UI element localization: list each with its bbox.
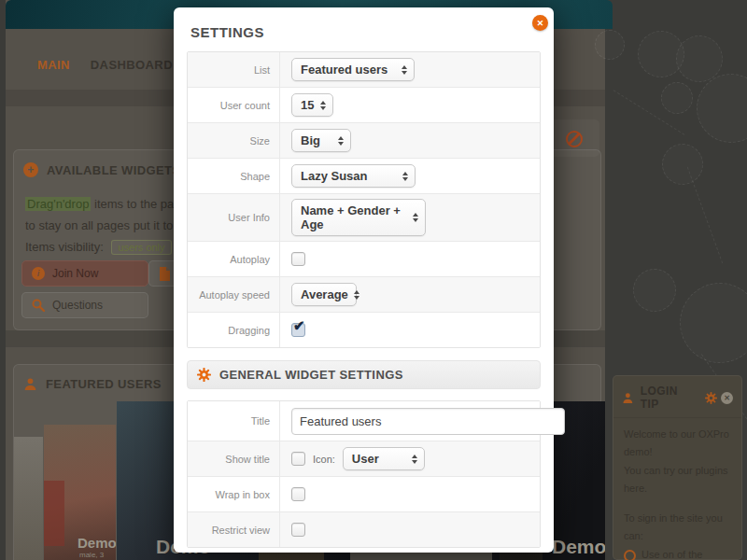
photo-user-meta: male, 3	[79, 551, 104, 559]
settings-modal: ✕ SETTINGS List Featured users User coun…	[174, 7, 554, 553]
field-label: Restrict view	[188, 512, 280, 547]
pattern-circle	[676, 35, 723, 82]
icon-select[interactable]: User	[343, 447, 425, 470]
section-title: GENERAL WIDGET SETTINGS	[219, 368, 403, 382]
settings-row-autoplay-speed: Autoplay speed Average	[188, 277, 540, 313]
field-label: Wrap in box	[188, 477, 280, 511]
select-stepper-icon	[402, 65, 407, 75]
select-value: Name + Gender + Age	[301, 203, 407, 231]
login-tip-line: You can try our plugins here.	[624, 462, 731, 498]
settings-row-restrict-view: Restrict view	[188, 512, 540, 547]
select-stepper-icon	[320, 101, 326, 110]
select-value: 15	[301, 98, 314, 112]
person-icon	[23, 377, 37, 391]
settings-row-dragging: Dragging	[188, 313, 540, 347]
shape-select[interactable]: Lazy Susan	[291, 164, 416, 188]
field-label: Show title	[188, 441, 280, 476]
pattern-line	[687, 167, 724, 264]
bullet-line1: Use on of the following	[641, 549, 702, 560]
pattern-circle	[633, 269, 676, 312]
select-stepper-icon	[402, 172, 408, 181]
settings-row-wrap-in-box: Wrap in box	[188, 477, 540, 512]
login-tip-actions: ✕	[705, 392, 733, 404]
autoplay-speed-select[interactable]: Average	[291, 283, 357, 306]
restrict-view-checkbox[interactable]	[291, 523, 305, 537]
field-label: List	[188, 52, 280, 87]
gear-icon	[197, 368, 211, 382]
close-icon[interactable]: ✕	[721, 392, 733, 404]
plus-icon: +	[23, 162, 38, 177]
field-label: Size	[188, 123, 280, 158]
close-icon[interactable]: ✕	[532, 15, 548, 31]
field-label: Dragging	[188, 313, 280, 347]
nav-item-dashboard[interactable]: DASHBOARD	[91, 58, 173, 72]
photo-background-detail	[44, 481, 64, 546]
title-input[interactable]	[291, 408, 565, 435]
photo-user-name: Demo	[78, 535, 116, 551]
settings-row-user-count: User count 15	[188, 88, 540, 123]
pattern-circle	[662, 144, 703, 185]
settings-row-show-title: Show title Icon: User	[188, 441, 540, 477]
select-value: User	[352, 452, 379, 466]
pattern-circle	[661, 82, 693, 114]
user-photo[interactable]: Demo male, 3	[44, 425, 116, 560]
show-title-checkbox[interactable]	[291, 452, 305, 466]
select-value: Lazy Susan	[301, 169, 368, 183]
modal-title: SETTINGS	[190, 24, 541, 40]
join-now-widget-button[interactable]: i Join Now	[21, 260, 148, 287]
settings-row-shape: Shape Lazy Susan	[188, 159, 540, 194]
questions-label: Questions	[52, 299, 103, 312]
dragging-checkbox[interactable]	[291, 323, 305, 337]
login-tip-bullet-text: Use on of the following demo users:	[641, 546, 731, 560]
list-select[interactable]: Featured users	[291, 58, 415, 81]
available-widgets-title: AVAILABLE WIDGETS	[47, 163, 181, 177]
spacer	[624, 497, 731, 510]
login-tip-title: LOGIN TIP	[641, 385, 698, 411]
widget-settings-table: List Featured users User count 15 Size B…	[187, 51, 541, 348]
login-tip-line: To sign in the site you can:	[624, 510, 731, 546]
general-settings-table: Title Show title Icon: User Wrap in box	[187, 400, 541, 548]
pattern-circle	[697, 74, 747, 143]
items-visibility-label: Items visibility:	[25, 240, 104, 254]
questions-widget-button[interactable]: Questions	[21, 292, 148, 318]
user-info-select[interactable]: Name + Gender + Age	[291, 199, 426, 236]
person-icon	[622, 392, 634, 404]
autoplay-checkbox[interactable]	[291, 252, 305, 266]
badge-users-only[interactable]: users only	[111, 240, 171, 255]
icon-label: Icon:	[313, 454, 335, 465]
field-label: Shape	[188, 159, 280, 193]
info-icon: i	[32, 267, 45, 280]
select-stepper-icon	[354, 290, 359, 300]
size-select[interactable]: Big	[291, 129, 351, 152]
user-photo[interactable]	[14, 437, 43, 560]
field-label: Autoplay	[188, 242, 280, 276]
featured-users-title: FEATURED USERS	[46, 377, 162, 391]
page-root: MAIN DASHBOARD MEMBERS + AVAILABLE WIDGE…	[0, 0, 747, 560]
featured-users-header: FEATURED USERS	[23, 377, 162, 391]
bullet-icon	[624, 550, 636, 560]
nav-item-main[interactable]: MAIN	[37, 58, 70, 72]
login-tip-bullet-row: Use on of the following demo users:	[624, 546, 731, 560]
field-label: User Info	[188, 194, 280, 241]
no-entry-icon[interactable]	[566, 131, 583, 147]
search-icon	[32, 299, 45, 312]
login-tip-header: LOGIN TIP ✕	[613, 376, 741, 418]
wrap-in-box-checkbox[interactable]	[291, 487, 305, 501]
settings-row-autoplay: Autoplay	[188, 242, 540, 277]
join-now-label: Join Now	[52, 267, 98, 280]
dragndrop-highlight: Drag'n'drop	[25, 197, 91, 211]
select-stepper-icon	[412, 455, 417, 464]
user-count-select[interactable]: 15	[291, 93, 333, 117]
login-tip-line: Welcome to our OXPro demo!	[624, 426, 731, 462]
available-widgets-header: + AVAILABLE WIDGETS	[23, 162, 181, 177]
gear-icon[interactable]	[705, 392, 717, 404]
photo-user-name: Demo	[552, 536, 605, 558]
login-tip-body: Welcome to our OXPro demo! You can try o…	[613, 418, 741, 560]
settings-row-title: Title	[188, 401, 540, 441]
pattern-circle	[680, 283, 747, 363]
select-value: Featured users	[301, 63, 388, 77]
pattern-circle	[595, 30, 625, 60]
field-label: User count	[188, 88, 280, 122]
login-tip-widget: LOGIN TIP ✕ Welcome to our OXPro demo! Y	[613, 375, 742, 560]
select-value: Average	[301, 287, 348, 301]
